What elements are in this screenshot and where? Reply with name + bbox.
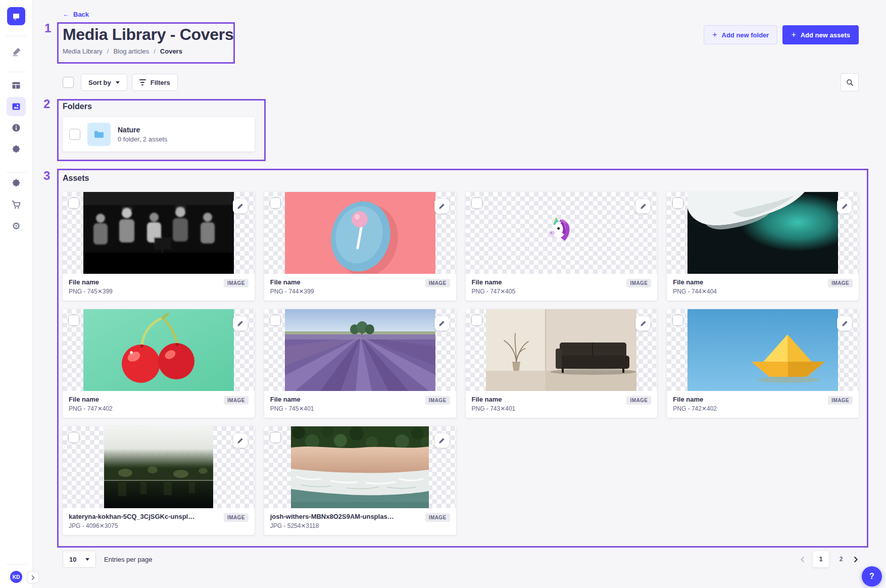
- user-avatar[interactable]: KD: [10, 571, 22, 583]
- filters-button[interactable]: Filters: [132, 74, 178, 91]
- sidebar-divider: [6, 564, 26, 565]
- plus-icon: +: [712, 31, 717, 39]
- sort-by-label: Sort by: [88, 79, 111, 86]
- asset-thumbnail-unicorn: [466, 192, 658, 274]
- pencil-icon: [640, 203, 647, 210]
- folder-checkbox[interactable]: [69, 129, 80, 140]
- asset-card[interactable]: josh-withers-MBNx8O2S9AM-unsplash.jpg JP…: [264, 426, 456, 535]
- asset-file-dims: JPG - 4096✕3075: [69, 522, 195, 529]
- sidebar-item-documentation[interactable]: [0, 121, 32, 134]
- asset-card[interactable]: File name PNG - 747✕402 IMAGE: [63, 309, 255, 418]
- asset-meta: File name PNG - 744✕399 IMAGE: [264, 274, 456, 301]
- sidebar-item-content-manager[interactable]: [0, 45, 32, 58]
- sidebar-item-marketplace[interactable]: [0, 198, 32, 211]
- asset-checkbox[interactable]: [672, 315, 683, 326]
- back-link[interactable]: ← Back: [63, 11, 89, 18]
- sort-by-button[interactable]: Sort by: [81, 74, 127, 91]
- pencil-icon: [842, 203, 848, 210]
- asset-checkbox[interactable]: [68, 432, 79, 443]
- page-2-button[interactable]: 2: [836, 556, 846, 563]
- help-button[interactable]: ?: [862, 566, 882, 586]
- edit-asset-button[interactable]: [233, 199, 248, 214]
- asset-meta: josh-withers-MBNx8O2S9AM-unsplash.jpg JP…: [264, 508, 456, 535]
- breadcrumb-media-library[interactable]: Media Library: [63, 47, 103, 55]
- page-1-button[interactable]: 1: [813, 551, 829, 567]
- entries-per-page: 10 Entries per page: [63, 551, 152, 568]
- asset-card[interactable]: File name PNG - 745✕401 IMAGE: [264, 309, 456, 418]
- asset-file-name: File name: [69, 278, 113, 286]
- asset-meta: File name PNG - 745✕399 IMAGE: [63, 274, 255, 301]
- edit-asset-button[interactable]: [434, 199, 450, 214]
- add-new-folder-button[interactable]: + Add new folder: [704, 25, 777, 44]
- asset-thumbnail-lollipop: [264, 192, 456, 274]
- asset-card[interactable]: File name PNG - 745✕399 IMAGE: [63, 192, 255, 301]
- assets-heading: Assets: [63, 174, 89, 183]
- concert-band-art: [83, 192, 234, 274]
- asset-card[interactable]: File name PNG - 744✕399 IMAGE: [264, 192, 456, 301]
- aerial-beach-art: [291, 426, 429, 508]
- search-button[interactable]: [841, 73, 859, 91]
- plus-icon: +: [791, 31, 796, 39]
- folder-card-nature[interactable]: Nature 0 folder, 2 assets: [63, 117, 255, 152]
- entries-label: Entries per page: [104, 556, 152, 563]
- next-page-button[interactable]: [853, 557, 859, 562]
- chevron-right-icon: [853, 557, 859, 562]
- edit-asset-button[interactable]: [233, 433, 248, 448]
- asset-checkbox[interactable]: [270, 198, 281, 209]
- edit-asset-button[interactable]: [837, 316, 852, 331]
- asset-checkbox[interactable]: [471, 315, 482, 326]
- asset-type-badge: IMAGE: [425, 396, 450, 405]
- annotation-number-3: 3: [43, 169, 50, 183]
- breadcrumb: Media Library / Blog articles / Covers: [63, 47, 182, 55]
- asset-checkbox[interactable]: [68, 315, 79, 326]
- asset-meta: File name PNG - 743✕401 IMAGE: [466, 391, 658, 418]
- asset-checkbox[interactable]: [68, 198, 79, 209]
- asset-card[interactable]: File name PNG - 747✕405 IMAGE: [466, 192, 658, 301]
- media-library-icon: [11, 102, 21, 112]
- sidebar-item-plugin-2[interactable]: [0, 177, 32, 190]
- lavender-field-art: [285, 309, 435, 391]
- sidebar-item-settings[interactable]: ⚙: [0, 219, 32, 232]
- add-new-assets-button[interactable]: + Add new assets: [782, 25, 859, 44]
- asset-meta: File name PNG - 745✕401 IMAGE: [264, 391, 456, 418]
- add-assets-label: Add new assets: [801, 31, 850, 39]
- edit-asset-button[interactable]: [635, 199, 651, 214]
- asset-card[interactable]: File name PNG - 743✕401 IMAGE: [466, 309, 658, 418]
- asset-file-name: File name: [673, 396, 717, 403]
- sidebar-collapse-button[interactable]: [27, 571, 39, 583]
- content-manager-icon: [11, 46, 22, 57]
- asset-card[interactable]: File name PNG - 744✕404 IMAGE: [667, 192, 859, 301]
- asset-type-badge: IMAGE: [626, 279, 651, 287]
- edit-asset-button[interactable]: [434, 433, 450, 448]
- chevron-down-icon: [85, 558, 89, 561]
- entries-per-page-select[interactable]: 10: [63, 551, 96, 568]
- breadcrumb-blog-articles[interactable]: Blog articles: [113, 47, 149, 55]
- select-all-checkbox[interactable]: [63, 77, 74, 88]
- asset-checkbox[interactable]: [471, 198, 482, 209]
- sidebar-item-plugin[interactable]: [0, 143, 32, 156]
- edit-asset-button[interactable]: [233, 316, 248, 331]
- iceberg-art: [687, 192, 838, 274]
- entries-value: 10: [69, 556, 76, 563]
- edit-asset-button[interactable]: [635, 316, 651, 331]
- sidebar-item-content-type-builder[interactable]: [0, 79, 32, 92]
- asset-file-name: File name: [270, 396, 314, 403]
- asset-file-dims: PNG - 747✕405: [472, 288, 516, 295]
- asset-type-badge: IMAGE: [224, 279, 249, 287]
- edit-asset-button[interactable]: [837, 199, 852, 214]
- pagination: 1 2: [800, 551, 859, 568]
- asset-card[interactable]: File name PNG - 742✕402 IMAGE: [667, 309, 859, 418]
- asset-checkbox[interactable]: [672, 198, 683, 209]
- annotation-number-2: 2: [43, 97, 50, 111]
- strapi-logo[interactable]: [7, 7, 25, 25]
- edit-asset-button[interactable]: [434, 316, 450, 331]
- pencil-icon: [438, 437, 445, 444]
- sidebar-item-media-library[interactable]: [7, 97, 26, 116]
- sidebar-divider: [6, 72, 26, 72]
- asset-meta: kateryna-kokhan-5CQ_3CjSGKc-unsplash.jpg…: [63, 508, 255, 535]
- folder-meta: 0 folder, 2 assets: [118, 135, 167, 143]
- asset-checkbox[interactable]: [270, 432, 281, 443]
- sidebar-divider: [6, 172, 26, 173]
- asset-checkbox[interactable]: [270, 315, 281, 326]
- asset-card[interactable]: kateryna-kokhan-5CQ_3CjSGKc-unsplash.jpg…: [63, 426, 255, 535]
